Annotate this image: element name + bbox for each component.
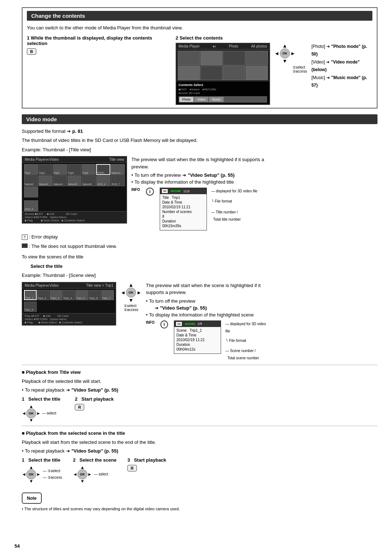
b-button[interactable]: B — [27, 48, 36, 55]
scene-nav-right: ► — [136, 290, 142, 295]
video-tab[interactable]: Video — [194, 97, 208, 102]
scene-step1-nav-down: ▼ — [29, 479, 33, 484]
display-info-bullet: To display the information of the highli… — [131, 179, 269, 185]
scene-select-label: ①select ②access — [124, 304, 138, 312]
scene-info-box-header: 3D AVCHD 1/8 — [174, 321, 221, 327]
playback-scene-step3: 3 Start playback R — [127, 457, 166, 471]
no-thumb-icon — [22, 244, 28, 248]
r-button-scene[interactable]: R — [127, 465, 137, 471]
scene-info-annotations: — displayed for 3D video file └ File for… — [225, 320, 269, 362]
supported-format: Supported file format ➔ p. 81 — [22, 128, 377, 135]
nav-left-arrow: ◄ — [274, 50, 279, 56]
scene-screen-container: Media Player ⏯ Video Title view > Trip1 … — [22, 282, 142, 326]
playback-scene-step2: 2 Select the scene ▲ ▼ ◄ ► OK — select — [73, 457, 117, 484]
scene-view-row: Media Player ⏯ Video Title view > Trip1 … — [22, 282, 377, 362]
info-label: INFO — [131, 188, 140, 192]
video-mode-section: Video mode Supported file format ➔ p. 81… — [22, 114, 377, 512]
scene-screen-footer: Play ●EXIT ■ Info SD Card Select ●RETURN… — [23, 313, 115, 325]
playback-scene-section: ■ Playback from the selected scene in th… — [22, 430, 377, 484]
info-icon: i — [146, 188, 154, 196]
playback-title-nav[interactable]: ▲ ▼ ◄ ► OK — [22, 404, 41, 423]
scene-step2-label: — select — [94, 472, 108, 476]
playback-title-section: ■ Playback from Title view Playback of t… — [22, 369, 377, 423]
photo-tab[interactable]: Photo — [179, 97, 194, 102]
scene-view-section: To view the scenes of the title Select t… — [22, 253, 377, 362]
scene-step2-nav-left: ◄ — [73, 472, 77, 477]
scene-display-info: To display the information of the highli… — [146, 312, 269, 318]
r-button-title[interactable]: R — [75, 404, 84, 410]
scene-info-icon: i — [160, 320, 168, 328]
playback-scene-header: ■ Playback from the selected scene in th… — [22, 430, 377, 437]
info-box-header: 3D AVCHD 1/15 — [160, 188, 207, 194]
playback-scene-step1: 1 Select the title ▲ ▼ ◄ ► OK — ①select … — [22, 457, 62, 484]
video-mode-header: Video mode — [22, 114, 377, 124]
step1-title: While the thumbnail is displayed, displa… — [27, 35, 152, 46]
step2-title: Select the contents — [180, 35, 223, 41]
note-text: • The structure of titles and scenes may… — [22, 506, 377, 512]
select-title-label: Select the title — [22, 263, 377, 270]
ok-center[interactable]: OK — [280, 48, 290, 58]
music-tab[interactable]: Music — [209, 97, 224, 102]
video-desc: The thumbnail of video titles in the SD … — [22, 137, 377, 144]
scene-screen-header: Media Player ⏯ Video Title view > Trip1 — [23, 283, 115, 289]
playback-title-header: ■ Playback from Title view — [22, 369, 377, 376]
scene-screen: Media Player ⏯ Video Title view > Trip1 … — [22, 282, 116, 326]
nav-annotations: ▲ ▼ ◄ ► OK ①select ②access — [274, 43, 307, 73]
video-screen-header: Media Player ⏯ Video Title view — [23, 157, 126, 163]
info-box-scene: 3D AVCHD 1/8 Scene Trip1_1 Date & Time 2… — [174, 320, 221, 354]
scene-step1-nav-right: ► — [36, 472, 41, 477]
playback-scene-repeat: To repeat playback ➔ "Video Setup" (p. 5… — [22, 448, 377, 454]
scene-step1-nav-left: ◄ — [22, 472, 26, 477]
step2-content: Media Player ⏯ Photo All photos — [176, 43, 372, 105]
ok-nav-button[interactable]: ▲ ▼ ◄ ► OK — [274, 43, 295, 64]
info-annotations: — displayed for 3D video file └ File for… — [211, 188, 257, 223]
preview-off-bullet: To turn off the preview ➔ "Video Setup" … — [131, 172, 269, 178]
step1-label: 1 While the thumbnail is displayed, disp… — [27, 35, 171, 46]
playback-ok[interactable]: OK — [26, 408, 36, 418]
playback-select-label: — select — [42, 411, 56, 415]
nav-right-arrow: ► — [290, 50, 295, 56]
scene-step1-labels: — ①select — ②access — [43, 468, 62, 481]
page-number: 54 — [15, 543, 20, 549]
playback-nav-right: ► — [36, 411, 41, 416]
scene-info-box-body: Scene Trip1_1 Date & Time 2010/02/19 11:… — [174, 327, 221, 353]
scene-ok-center[interactable]: OK — [126, 287, 136, 298]
playback-nav-left: ◄ — [22, 411, 26, 416]
playback-title-step2: 2 Start playback R — [75, 396, 114, 410]
title-screen-footer: Access ■EXIT ■ Info SD Card Select ●RETU… — [23, 211, 126, 223]
contents-select-overlay: Contents Select ■EXIT ●Select ●RETURN Ac… — [176, 82, 269, 104]
title-view-row: Media Player ⏯ Video Title view Trip1 Tr… — [22, 156, 377, 230]
photo-screen: Media Player ⏯ Photo All photos — [176, 43, 270, 105]
scene-step1-ok[interactable]: OK — [26, 469, 36, 479]
scene-info-label: INFO — [146, 320, 155, 324]
error-icon: !! — [22, 234, 28, 240]
step2-label: 2 Select the contents — [176, 35, 372, 41]
scene-step2-nav-down: ▼ — [80, 479, 85, 484]
example-label: Example: Thumbnail - [Title view] — [22, 146, 377, 154]
scene-view-right: The preview will start when the scene is… — [146, 282, 269, 362]
note-section: Note • The structure of titles and scene… — [22, 490, 377, 512]
example-scene-label: Example: Thumbnail - [Scene view] — [22, 272, 377, 279]
playback-scene-desc: Playback will start from the selected sc… — [22, 439, 377, 446]
scene-step2-nav[interactable]: ▲ ▼ ◄ ► OK — [73, 465, 92, 484]
error-notes: !! : Error display : The file does not s… — [22, 233, 377, 250]
scene-nav: ▲ ▼ ◄ ► OK ①select ②access — [121, 282, 142, 312]
info-box-title: 3D AVCHD 1/15 Title Trip1 Date & Time 20… — [160, 188, 207, 230]
scene-ok-button[interactable]: ▲ ▼ ◄ ► OK — [121, 282, 142, 303]
select-label: ①select ②access — [293, 65, 307, 73]
scene-step2-ok[interactable]: OK — [77, 469, 87, 479]
info-box-body: Title Trip1 Date & Time 2010/02/19 11:21… — [160, 194, 207, 230]
preview-text: The preview will start when the title is… — [131, 156, 269, 170]
mode-refs: [Photo] ➔ "Photo mode" (p. 50) [Video] ➔… — [311, 43, 372, 90]
nav-up-arrow: ▲ — [282, 43, 287, 49]
nav-down-arrow: ▼ — [282, 58, 287, 64]
scene-preview-off: To turn off the preview — [146, 298, 269, 304]
change-contents-intro: You can switch to the other mode of Medi… — [27, 24, 372, 32]
step2-container: 2 Select the contents Media Player ⏯ Pho… — [176, 35, 372, 105]
change-contents-header: Change the contents — [27, 11, 372, 21]
scene-step1-nav[interactable]: ▲ ▼ ◄ ► OK — [22, 465, 41, 484]
playback-title-desc: Playback of the selected title will star… — [22, 378, 377, 385]
playback-title-repeat: To repeat playback ➔ "Video Setup" (p. 5… — [22, 387, 377, 393]
note-box: Note — [22, 492, 42, 504]
scene-nav-up: ▲ — [128, 282, 134, 288]
